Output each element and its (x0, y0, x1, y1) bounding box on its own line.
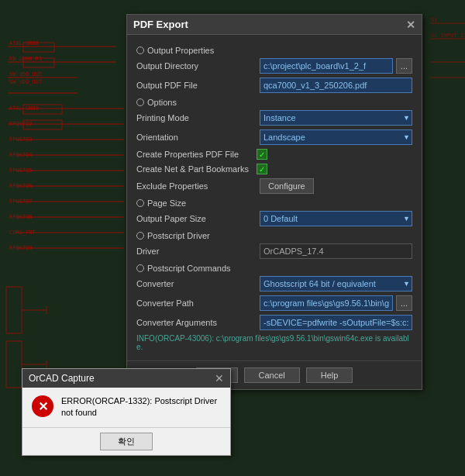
output-paper-size-select-wrapper: 0 Default ▼ (260, 211, 412, 226)
orientation-select[interactable]: Landscape Portrait (260, 129, 412, 145)
error-dialog: OrCAD Capture ✕ ✕ ERROR(ORCAP-1332): Pos… (22, 368, 231, 456)
exclude-properties-label: Exclude Properties (136, 181, 257, 191)
output-pdf-file-input[interactable] (260, 78, 412, 93)
converter-select[interactable]: Ghostscript 64 bit / equivalent (260, 276, 412, 291)
converter-args-row: Converter Arguments (136, 315, 412, 330)
svg-text:RPQ67Q2: RPQ67Q2 (9, 121, 33, 127)
svg-text:RPQ67Q9: RPQ67Q9 (9, 245, 33, 251)
printing-mode-label: Printing Mode (136, 113, 257, 122)
svg-text:ATAL_GN08: ATAL_GN08 (9, 40, 39, 47)
output-directory-label: Output Directory (136, 61, 257, 71)
driver-row: Driver (136, 243, 412, 259)
exclude-properties-row: Exclude Properties Configure (136, 178, 412, 194)
converter-path-row: Converter Path ... (136, 295, 412, 311)
svg-text:ATAL_GN08: ATAL_GN08 (9, 105, 39, 112)
orientation-select-wrapper: Landscape Portrait ▼ (260, 129, 412, 145)
pdf-dialog-close-button[interactable]: ✕ (406, 19, 415, 30)
pdf-dialog-titlebar: PDF Export ✕ (127, 15, 422, 35)
section-options: Options (136, 98, 412, 107)
converter-path-input[interactable] (260, 295, 393, 311)
orientation-label: Orientation (136, 133, 257, 142)
create-net-row: Create Net & Part Bookmarks ✓ (136, 164, 412, 174)
svg-text:SW_VDO_OUT: SW_VDO_OUT (9, 71, 43, 78)
section-page-size: Page Size (136, 198, 412, 208)
output-pdf-file-row: Output PDF File (136, 78, 412, 93)
converter-args-input[interactable] (260, 315, 412, 330)
configure-button[interactable]: Configure (260, 178, 314, 194)
error-icon: ✕ (32, 395, 53, 417)
create-properties-label: Create Properties PDF File (136, 150, 257, 159)
svg-text:RN_UN08_R1: RN_UN08_R1 (9, 56, 42, 62)
error-body: ✕ ERROR(ORCAP-1332): Postscript Driver n… (22, 388, 230, 427)
converter-path-label: Converter Path (136, 298, 257, 308)
printing-mode-select[interactable]: Instance Occurrence (260, 110, 412, 126)
output-directory-input[interactable] (260, 58, 393, 74)
driver-input[interactable] (260, 243, 412, 259)
svg-text:SW_VDO_OUT: SW_VDO_OUT (9, 79, 43, 85)
error-ok-button[interactable]: 확인 (100, 433, 153, 450)
error-footer: 확인 (22, 427, 230, 455)
output-pdf-file-label: Output PDF File (136, 81, 257, 90)
section-postscript-driver: Postscript Driver (136, 231, 412, 240)
svg-text:RPQ67Q3: RPQ67Q3 (9, 136, 33, 143)
create-properties-checkbox[interactable]: ✓ (257, 149, 267, 160)
output-paper-size-select[interactable]: 0 Default (260, 211, 412, 226)
svg-text:RPQ67Q8: RPQ67Q8 (9, 214, 33, 220)
output-paper-size-row: Output Paper Size 0 Default ▼ (136, 211, 412, 226)
converter-select-wrapper: Ghostscript 64 bit / equivalent ▼ (260, 276, 412, 291)
create-properties-row: Create Properties PDF File ✓ (136, 149, 412, 160)
orientation-row: Orientation Landscape Portrait ▼ (136, 129, 412, 145)
cancel-button[interactable]: Cancel (244, 367, 300, 383)
svg-text:RPQ67Q4: RPQ67Q4 (9, 152, 33, 158)
error-dialog-close-button[interactable]: ✕ (215, 372, 224, 385)
svg-text:RPQ67Q6: RPQ67Q6 (9, 183, 33, 189)
create-net-checkbox[interactable]: ✓ (257, 164, 267, 174)
svg-text:SC_INPUT_23: SC_INPUT_23 (431, 33, 465, 39)
output-directory-row: Output Directory ... (136, 58, 412, 74)
converter-path-browse-button[interactable]: ... (396, 295, 412, 311)
svg-text:Si: Si (431, 17, 437, 23)
converter-args-label: Converter Arguments (136, 318, 257, 327)
driver-label: Driver (136, 247, 257, 256)
printing-mode-select-wrapper: Instance Occurrence ▼ (260, 110, 412, 126)
pdf-dialog-body: Output Properties Output Directory ... O… (127, 35, 422, 360)
pdf-export-dialog: PDF Export ✕ Output Properties Output Di… (126, 14, 422, 390)
output-paper-size-label: Output Paper Size (136, 214, 257, 223)
error-titlebar: OrCAD Capture ✕ (22, 369, 230, 388)
converter-label: Converter (136, 279, 257, 288)
output-directory-browse-button[interactable]: ... (396, 58, 412, 74)
info-text: INFO(ORCAP-43006): c:\program files\gs\g… (136, 334, 412, 351)
svg-text:RPQ67Q5: RPQ67Q5 (9, 167, 33, 174)
help-button[interactable]: Help (306, 367, 353, 383)
pdf-dialog-title: PDF Export (133, 19, 188, 30)
error-message: ERROR(ORCAP-1332): Postscript Driver not… (61, 395, 221, 419)
section-output-properties: Output Properties (136, 46, 412, 55)
error-dialog-title: OrCAD Capture (29, 373, 95, 384)
svg-text:RPQ67Q7: RPQ67Q7 (9, 198, 33, 205)
svg-text:CORE_FNT: CORE_FNT (9, 229, 36, 236)
create-net-label: Create Net & Part Bookmarks (136, 164, 257, 174)
printing-mode-row: Printing Mode Instance Occurrence ▼ (136, 110, 412, 126)
section-postscript-commands: Postscript Commands (136, 264, 412, 273)
converter-row: Converter Ghostscript 64 bit / equivalen… (136, 276, 412, 291)
